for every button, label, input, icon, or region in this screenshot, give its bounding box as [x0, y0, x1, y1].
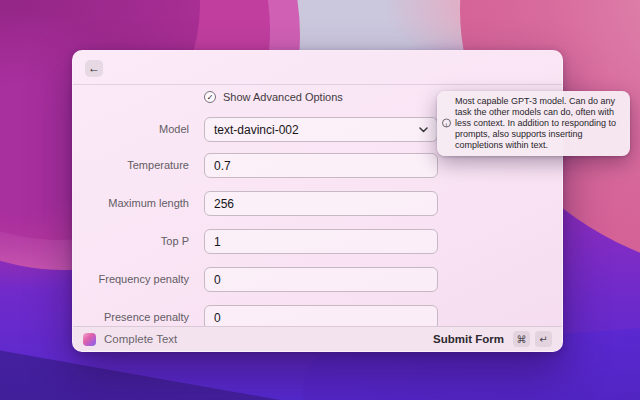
temperature-input[interactable]: [205, 154, 437, 177]
model-select-value: text-davinci-002: [214, 123, 299, 137]
return-key-icon: ↵: [535, 331, 552, 347]
checkbox-check-icon: ✓: [207, 93, 214, 102]
tooltip-text: Most capable GPT-3 model. Can do any tas…: [455, 96, 616, 150]
frequency-penalty-input[interactable]: [205, 268, 437, 291]
back-arrow-icon: ←: [88, 61, 100, 75]
form-row-frequency-penalty: Frequency penalty: [73, 267, 562, 292]
info-icon: i: [442, 119, 451, 128]
frequency-penalty-field: [204, 267, 438, 292]
command-key-icon: ⌘: [513, 331, 530, 347]
field-label-top-p: Top P: [73, 229, 189, 254]
footer-action-label: Complete Text: [104, 333, 177, 345]
checkbox-circle[interactable]: ✓: [204, 91, 216, 103]
temperature-field: [204, 153, 438, 178]
chevron-down-icon: [419, 127, 428, 133]
form-row-temperature: Temperature: [73, 153, 562, 178]
field-label-frequency-penalty: Frequency penalty: [73, 267, 189, 292]
extension-icon: [83, 333, 96, 346]
field-label-maximum-length: Maximum length: [73, 191, 189, 216]
show-advanced-options-checkbox[interactable]: ✓ Show Advanced Options: [204, 89, 343, 105]
screen: ← ✓ Show Advanced Options Model text-dav…: [0, 0, 640, 400]
maximum-length-input[interactable]: [205, 192, 437, 215]
form-row-maximum-length: Maximum length: [73, 191, 562, 216]
window-footer: Complete Text Submit Form ⌘ ↵: [73, 326, 562, 351]
form-row-top-p: Top P: [73, 229, 562, 254]
model-select[interactable]: text-davinci-002: [204, 117, 438, 142]
checkbox-label: Show Advanced Options: [223, 91, 343, 103]
back-button[interactable]: ←: [85, 60, 103, 77]
maximum-length-field: [204, 191, 438, 216]
field-label-model: Model: [73, 117, 189, 142]
field-label-temperature: Temperature: [73, 153, 189, 178]
model-tooltip: i Most capable GPT-3 model. Can do any t…: [437, 91, 630, 156]
submit-form-label: Submit Form: [433, 333, 504, 345]
top-p-field: [204, 229, 438, 254]
top-p-input[interactable]: [205, 230, 437, 253]
submit-form-button[interactable]: Submit Form ⌘ ↵: [433, 331, 552, 347]
window-header: ←: [73, 51, 562, 85]
